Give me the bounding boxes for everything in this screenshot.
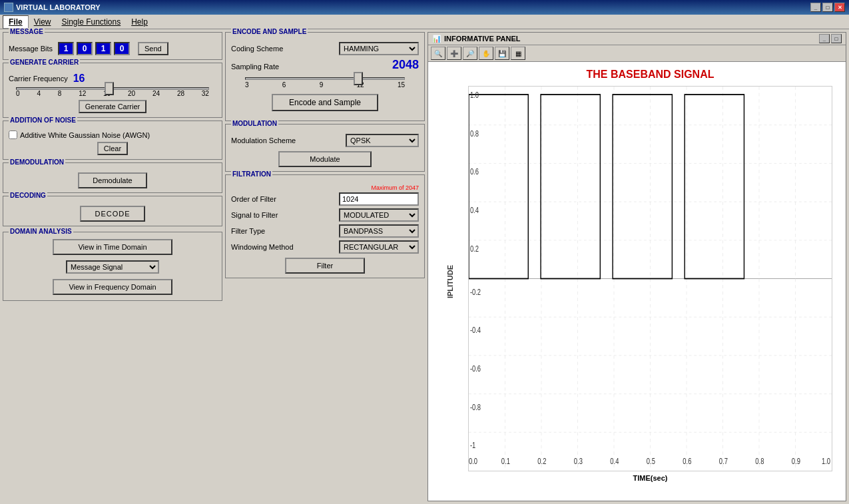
demodulate-button[interactable]: Demodulate [78,172,146,188]
grid-icon[interactable]: ▦ [511,47,525,60]
menu-bar: File View Single Functions Help [0,15,849,29]
svg-text:-0.6: -0.6 [470,364,481,373]
encode-sample-button[interactable]: Encode and Sample [272,94,378,111]
svg-text:1.0: 1.0 [470,91,479,99]
modulation-scheme-row: Modulation Scheme QPSK BPSK QAM FSK [231,134,419,147]
sampling-slider-track[interactable] [245,77,405,80]
svg-text:0.4: 0.4 [610,457,619,465]
coding-scheme-select[interactable]: HAMMING BCH NONE [339,42,419,55]
svg-rect-20 [613,95,672,278]
filter-type-label: Filter Type [231,227,265,235]
svg-text:0.4: 0.4 [470,206,479,214]
encode-section: ENCODE AND SAMPLE Coding Scheme HAMMING … [225,32,425,121]
domain-signal-row: Message Signal Carrier Signal Modulated … [66,260,159,274]
filter-type-select[interactable]: BANDPASS LOWPASS HIGHPASS [339,224,419,238]
chart-title: THE BASEBAND SIGNAL [468,69,832,81]
svg-text:0.0: 0.0 [469,457,477,465]
menu-help[interactable]: Help [126,16,153,28]
carrier-title: GENERATE CARRIER [9,59,80,66]
decoding-section: DECODING DECODE [3,196,222,226]
coding-scheme-row: Coding Scheme HAMMING BCH NONE [231,42,419,55]
modulate-button[interactable]: Modulate [278,151,372,167]
carrier-content: Carrier Frequency 16 0 4 8 12 16 20 24 [9,73,216,113]
awgn-label: Additive White Gaussian Noise (AWGN) [20,131,150,139]
svg-text:-0.4: -0.4 [470,326,481,334]
svg-text:0.8: 0.8 [470,128,479,137]
view-time-domain-button[interactable]: View in Time Domain [53,239,172,255]
clear-button[interactable]: Clear [97,142,128,155]
modulation-scheme-select[interactable]: QPSK BPSK QAM FSK [346,134,419,147]
maximize-button[interactable]: □ [822,3,833,12]
menu-view[interactable]: View [29,16,57,28]
awgn-checkbox[interactable] [9,130,17,139]
close-button[interactable]: ✕ [834,3,845,12]
filter-type-row: Filter Type BANDPASS LOWPASS HIGHPASS [231,224,419,238]
sampling-label: Sampling Rate [231,63,279,71]
signal-select[interactable]: Message Signal Carrier Signal Modulated … [66,260,159,274]
x-axis-label: TIME(sec) [468,474,832,482]
message-title: MESSAGE [9,28,45,35]
view-freq-domain-button[interactable]: View in Frequency Domain [53,279,172,295]
encode-title: ENCODE AND SAMPLE [231,28,308,35]
domain-title: DOMAIN ANALYSIS [9,228,73,235]
svg-rect-21 [685,95,744,278]
signal-filter-row: Signal to Filter MODULATED DEMODULATED [231,208,419,222]
send-button[interactable]: Send [138,42,168,55]
modulation-content: Modulation Scheme QPSK BPSK QAM FSK Modu… [231,134,419,167]
info-maximize-btn[interactable]: □ [831,34,842,43]
info-minimize-btn[interactable]: _ [819,34,830,43]
main-content: MESSAGE Message Bits Send GENERATE CARRI… [0,29,849,504]
svg-rect-19 [541,95,600,278]
generate-carrier-button[interactable]: Generate Carrier [79,100,147,113]
bit-2[interactable] [95,42,111,55]
filtration-title: FILTRATION [231,170,272,178]
modulation-title: MODULATION [231,120,278,127]
y-axis-label: IPLITUDE [446,264,454,298]
carrier-slider-container: 0 4 8 12 16 20 24 28 32 [9,87,216,97]
svg-text:0.6: 0.6 [470,167,479,176]
menu-file[interactable]: File [3,15,29,29]
noise-content: Additive White Gaussian Noise (AWGN) Cle… [9,130,216,155]
zoom-reset-icon[interactable]: 🔍 [431,47,445,60]
sampling-slider-thumb[interactable] [354,72,363,85]
noise-title: ADDITION OF NOISE [9,117,77,124]
max-note: Maximum of 2047 [231,184,419,191]
signal-select-wrapper: Message Signal Carrier Signal Modulated … [66,260,159,274]
demodulation-title: DEMODULATION [9,158,65,166]
decoding-content: DECODE [9,206,216,222]
menu-single-functions[interactable]: Single Functions [56,16,126,28]
carrier-slider-track[interactable] [16,87,209,90]
zoom-in-icon[interactable]: ➕ [447,47,461,60]
carrier-freq-value: 16 [73,73,85,85]
decoding-title: DECODING [9,192,47,199]
signal-filter-select[interactable]: MODULATED DEMODULATED [339,208,419,222]
domain-controls: View in Time Domain Message Signal Carri… [9,239,216,295]
info-panel-icon: 📊 [432,35,441,43]
zoom-out-icon[interactable]: 🔎 [463,47,477,60]
order-input[interactable] [339,192,419,206]
minimize-button[interactable]: _ [810,3,821,12]
filter-button[interactable]: Filter [285,258,365,274]
save-icon[interactable]: 💾 [495,47,509,60]
awgn-row: Additive White Gaussian Noise (AWGN) [9,130,216,139]
decode-button[interactable]: DECODE [80,206,144,222]
bit-3[interactable] [114,42,130,55]
message-bits-label: Message Bits [9,45,53,53]
app-icon [4,3,13,12]
bit-0[interactable] [58,42,74,55]
middle-panel: ENCODE AND SAMPLE Coding Scheme HAMMING … [225,32,425,501]
svg-text:-1: -1 [470,441,475,449]
bit-1[interactable] [77,42,93,55]
windowing-row: Windowing Method RECTANGULAR HAMMING HAN… [231,240,419,254]
svg-text:0.8: 0.8 [755,457,764,465]
carrier-slider-thumb[interactable] [105,82,114,95]
pan-icon[interactable]: ✋ [479,47,493,60]
message-content: Message Bits Send [9,42,216,55]
filtration-section: FILTRATION Maximum of 2047 Order of Filt… [225,174,425,278]
window-controls: _ □ ✕ [810,3,845,12]
order-label: Order of Filter [231,195,276,203]
windowing-select[interactable]: RECTANGULAR HAMMING HANNING BLACKMAN [339,240,419,254]
info-title-bar: 📊 INFORMATIVE PANEL _ □ [428,33,846,45]
sampling-value: 2048 [392,58,419,72]
demodulation-content: Demodulate [9,172,216,188]
